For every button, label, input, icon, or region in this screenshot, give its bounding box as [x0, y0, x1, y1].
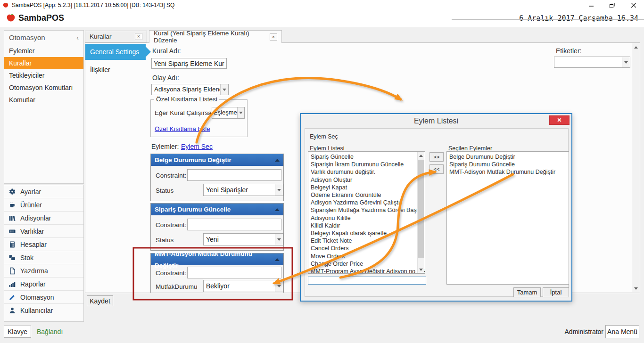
module-ayarlar[interactable]: Ayarlar	[4, 185, 83, 198]
move-right-button[interactable]: >>	[429, 152, 444, 162]
sidebar-item-otomasyon-komutlari[interactable]: Otomasyon Komutları	[4, 82, 83, 94]
collapse-up-icon[interactable]	[275, 159, 280, 162]
sidebar-item-komutlar[interactable]: Komutlar	[4, 94, 83, 106]
list-item[interactable]: Adisyon Yazdırma Görevini Çalıştır	[308, 199, 416, 206]
selected-actions-list[interactable]: Belge Durumunu Değiştir Sipariş Durumu G…	[446, 151, 569, 285]
action-panel-header[interactable]: MMT-Adisyon Mutfak Durumunu Değiştir	[151, 253, 283, 265]
dialog-select-label: Eylem Seç	[310, 133, 338, 140]
scroll-up-icon[interactable]	[418, 152, 424, 159]
tab-kurallar[interactable]: Kurallar ×	[85, 31, 147, 42]
list-item[interactable]: Belgeyi Kapat	[308, 184, 416, 191]
minimize-icon	[589, 3, 594, 8]
close-window-button[interactable]	[623, 0, 644, 10]
module-urunler[interactable]: Ürünler	[4, 198, 83, 212]
list-item[interactable]: Siparişleri Mutfağa Yazdırma Görevi Başl…	[308, 206, 416, 214]
module-adisyonlar[interactable]: Adisyonlar	[4, 212, 83, 225]
cup-icon	[8, 201, 16, 209]
constraint-input[interactable]	[187, 267, 281, 278]
tab-kural-duzenle[interactable]: Kural (Yeni Sipariş Ekleme Kuralı) Düzen…	[149, 30, 282, 43]
nav-header: Otomasyon ‹	[4, 31, 83, 45]
add-constraint-link[interactable]: Özel Kısıtlama Ekle	[155, 125, 210, 132]
list-item[interactable]: Cancel Orders	[308, 245, 416, 252]
module-otomasyon[interactable]: Otomasyon	[4, 291, 83, 304]
status-select[interactable]: Yeni	[203, 233, 283, 245]
dialog-close-button[interactable]: ✕	[549, 115, 570, 125]
chevron-down-icon[interactable]	[275, 234, 283, 245]
list-item[interactable]: MMT-Adisyon Mutfak Durumunu Değiştir	[447, 168, 567, 176]
cash-register-icon	[8, 228, 16, 235]
sidebar-item-kurallar[interactable]: Kurallar	[4, 57, 83, 69]
eylem-listesi-dialog: Eylem Listesi ✕ Eylem Seç Eylem Listesi …	[300, 113, 572, 302]
chevron-down-icon[interactable]	[237, 107, 244, 118]
list-item[interactable]: Sipariş Durumu Güncelle	[447, 161, 567, 168]
list-item[interactable]: Adisyonu Kilitle	[308, 214, 416, 222]
stack-icon	[8, 254, 16, 261]
logged-in-user: Administrator	[565, 328, 603, 335]
list-item[interactable]: Belgeyi Kapalı olarak işaretle	[308, 229, 416, 237]
collapse-up-icon[interactable]	[275, 258, 280, 261]
list-item[interactable]: Kilidi Kaldır	[308, 222, 416, 229]
main-menu-button[interactable]: Ana Menü	[605, 325, 639, 338]
module-kullanicilar[interactable]: Kullanıcılar	[4, 304, 83, 317]
chevron-down-icon[interactable]	[622, 57, 630, 67]
status-select[interactable]: Yeni Siparişler	[203, 184, 283, 196]
action-list[interactable]: Sipariş Güncelle Siparişin İkram Durumun…	[308, 151, 425, 274]
dialog-title: Eylem Listesi	[301, 117, 571, 125]
scroll-down-icon[interactable]	[418, 266, 424, 273]
chevron-down-icon[interactable]	[275, 184, 283, 196]
module-yazdirma[interactable]: Yazdırma	[4, 264, 83, 278]
constraint-label: Constraint:	[156, 172, 186, 179]
sambapos-apple-icon	[6, 13, 16, 23]
scroll-thumb[interactable]	[418, 160, 424, 258]
list-item[interactable]: Belge Durumunu Değiştir	[447, 153, 567, 161]
tags-select[interactable]	[554, 57, 630, 68]
collapse-up-icon[interactable]	[275, 208, 280, 211]
minimize-button[interactable]	[580, 0, 602, 10]
tab-general-settings[interactable]: General Settings	[85, 44, 146, 60]
scroll-down-icon[interactable]	[632, 285, 640, 292]
restore-button[interactable]	[602, 0, 623, 10]
constraint-input[interactable]	[187, 219, 281, 230]
action-filter-input[interactable]	[308, 277, 426, 285]
collapse-chevron-icon[interactable]: ‹	[76, 31, 79, 45]
sidebar-item-tetikleyiciler[interactable]: Tetikleyiciler	[4, 69, 83, 82]
list-item[interactable]: Sipariş Güncelle	[308, 153, 416, 161]
ok-button[interactable]: Tamam	[513, 287, 541, 297]
tab-close-icon[interactable]: ×	[270, 33, 277, 41]
list-item[interactable]: Move Orders	[308, 253, 416, 260]
list-item[interactable]: Siparişin İkram Durumunu Güncelle	[308, 161, 416, 168]
module-stok[interactable]: Stok	[4, 251, 83, 264]
list-item[interactable]: MMT-Program Ayarı Değiştir Adisyon no sa…	[308, 268, 416, 274]
list-item[interactable]: Change Order Price	[308, 260, 416, 268]
chevron-down-icon[interactable]	[275, 280, 283, 292]
sidebar-item-eylemler[interactable]: Eylemler	[4, 45, 83, 57]
chevron-down-icon[interactable]	[220, 84, 228, 95]
save-button[interactable]: Kaydet	[87, 295, 113, 306]
execute-rule-select[interactable]: Eşleşmeler	[212, 107, 245, 119]
list-item[interactable]: Ödeme Ekranını Görüntüle	[308, 191, 416, 199]
cancel-button[interactable]: İptal	[543, 287, 569, 297]
scroll-up-icon[interactable]	[632, 43, 640, 51]
mutfak-durumu-select[interactable]: Bekliyor	[203, 280, 283, 292]
tab-iliskiler[interactable]: İlişkiler	[85, 62, 146, 78]
datetime-display: 6 Aralık 2017 Çarşamba 16.34	[519, 14, 638, 23]
action-panel-header[interactable]: Sipariş Durumu Güncelle	[151, 204, 283, 215]
list-item[interactable]: Adisyon Oluştur	[308, 176, 416, 184]
main-scrollbar[interactable]	[632, 43, 640, 292]
list-scrollbar[interactable]	[417, 152, 424, 273]
close-icon	[631, 3, 636, 8]
move-left-button[interactable]: <<	[429, 164, 444, 174]
constraint-input[interactable]	[187, 169, 281, 181]
module-hesaplar[interactable]: Hesaplar	[4, 238, 83, 251]
select-action-link[interactable]: Eylem Seç	[181, 143, 213, 150]
list-item[interactable]: Edit Ticket Note	[308, 237, 416, 245]
rule-name-input[interactable]	[151, 58, 227, 69]
document-icon	[8, 267, 16, 275]
module-raporlar[interactable]: Raporlar	[4, 278, 83, 291]
keyboard-button[interactable]: Klavye	[4, 326, 31, 338]
event-name-select[interactable]: Adisyona Sipariş Eklendi	[151, 84, 229, 95]
module-varliklar[interactable]: Varlıklar	[4, 225, 83, 238]
action-panel-header[interactable]: Belge Durumunu Değiştir	[151, 154, 283, 166]
tab-close-icon[interactable]: ×	[135, 33, 142, 40]
list-item[interactable]: Varlık durumunu değiştir.	[308, 168, 416, 176]
